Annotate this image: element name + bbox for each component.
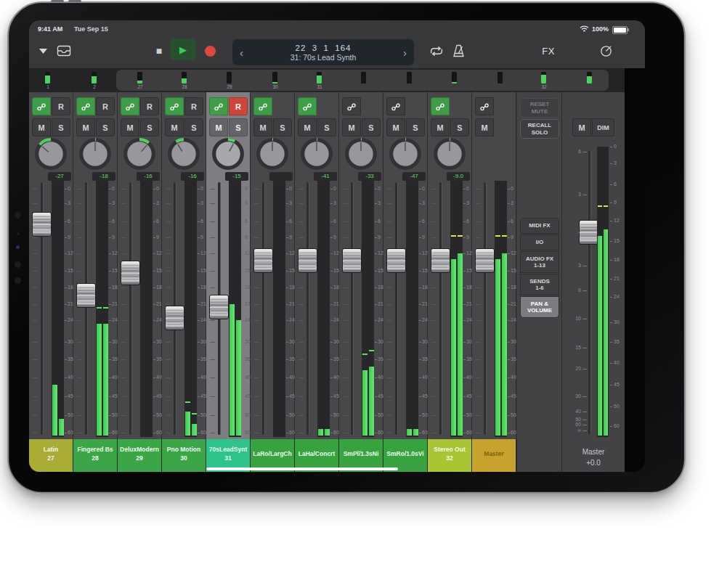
mute-button[interactable]: M [342,118,361,136]
stop-button[interactable]: ■ [151,38,167,64]
recall-solo-button[interactable]: RECALLSOLO [520,119,559,139]
volume-fader[interactable] [342,248,362,273]
pan-knob[interactable] [34,137,68,171]
track-name-label[interactable]: Pno Motion30 [162,439,206,472]
pan-knob[interactable] [123,137,156,171]
automation-mode-button[interactable] [431,97,450,115]
section-button-i-o[interactable]: I/O [520,234,559,250]
mute-button[interactable]: M [253,118,272,136]
solo-button[interactable]: S [273,118,292,136]
volume-fader[interactable] [32,212,52,237]
automation-mode-button[interactable] [253,97,272,115]
automation-mode-button[interactable] [475,97,494,115]
volume-fader[interactable] [121,261,140,285]
automation-mode-button[interactable] [386,97,405,115]
mute-button[interactable]: M [121,118,139,136]
fader-track[interactable] [262,182,264,435]
master-dim-button[interactable]: DIM [592,118,614,136]
fader-track[interactable] [439,182,442,435]
cycle-icon[interactable] [427,38,446,64]
fx-button[interactable]: FX [537,38,559,64]
fader-track[interactable] [395,182,397,435]
record-enable-button[interactable]: R [229,97,248,115]
section-button-sends-1-6[interactable]: SENDS1-6 [520,274,559,295]
pan-knob[interactable] [167,137,200,171]
chevron-down-icon[interactable] [36,38,49,64]
mute-button[interactable]: M [76,118,95,136]
solo-button[interactable]: S [450,118,469,136]
solo-button[interactable]: S [229,118,248,136]
track-name-label[interactable]: Fingered Bs28 [73,439,117,472]
section-button-midi-fx[interactable]: MIDI FX [520,218,559,234]
peak-level-readout: -16 [181,172,204,181]
record-enable-button[interactable]: R [184,97,203,115]
lcd-next-icon[interactable]: › [402,47,408,58]
section-button-pan-volume[interactable]: PAN &VOLUME [520,296,559,318]
solo-button[interactable]: S [406,118,425,136]
pan-knob[interactable] [256,137,289,171]
track-name-label[interactable]: Master [472,439,516,472]
automation-mode-button[interactable] [121,97,139,115]
fader-track[interactable] [129,182,131,435]
channel-scroll-indicator[interactable] [206,467,398,470]
fader-track[interactable] [484,182,486,435]
fader-track[interactable] [306,182,309,435]
fader-track[interactable] [85,182,87,435]
record-enable-button[interactable]: R [140,97,159,115]
fader-track[interactable] [351,182,353,435]
automation-mode-button[interactable] [76,97,95,115]
mute-button[interactable]: M [165,118,184,136]
solo-button[interactable]: S [96,118,115,136]
mute-button[interactable]: M [298,118,317,136]
solo-button[interactable]: S [140,118,159,136]
solo-button[interactable]: S [52,118,70,136]
record-button[interactable] [202,38,218,64]
volume-fader[interactable] [386,248,406,273]
master-mute-button[interactable]: M [572,118,591,136]
mute-button[interactable]: M [32,118,51,136]
volume-fader[interactable] [165,306,184,330]
track-overview-strip[interactable]: 12272829303132 [29,68,625,92]
track-name-label[interactable]: Stereo Out32 [428,439,471,472]
pan-knob[interactable] [389,137,422,171]
settings-gear-icon[interactable] [597,38,614,64]
pan-knob[interactable] [300,137,333,171]
automation-mode-button[interactable] [342,97,361,115]
pan-knob[interactable] [211,137,245,171]
solo-button[interactable]: S [317,118,336,136]
lcd-prev-icon[interactable]: ‹ [238,47,245,58]
mute-button[interactable]: M [209,118,228,136]
mixer-right-panel: RESETMUTERECALLSOLOMIDI FXI/OAUDIO FX1-1… [517,92,562,472]
record-enable-button[interactable]: R [52,97,70,115]
pan-knob[interactable] [433,137,466,171]
volume-fader[interactable] [431,248,450,273]
volume-fader[interactable] [209,295,229,319]
track-name-label[interactable]: DeluxModern29 [118,439,161,472]
lcd-display[interactable]: ‹ 22 3 1 164 31: 70s Lead Synth › [232,39,414,65]
play-button[interactable]: ▶ [170,38,196,60]
automation-mode-button[interactable] [165,97,184,115]
section-button-audio-fx-1-13[interactable]: AUDIO FX1-13 [520,251,559,273]
mute-button[interactable]: M [431,118,450,136]
pan-knob[interactable] [78,137,112,171]
automation-mode-button[interactable] [209,97,228,115]
automation-mode-button[interactable] [298,97,317,115]
solo-button[interactable]: S [184,118,203,136]
mute-button[interactable]: M [386,118,405,136]
mute-button[interactable]: M [475,118,494,136]
volume-fader[interactable] [76,283,96,308]
library-inbox-icon[interactable] [55,38,73,64]
master-fader-track[interactable] [588,150,590,435]
pan-knob[interactable] [344,137,378,171]
volume-fader[interactable] [253,248,273,273]
overview-mini-meter [452,72,457,83]
solo-button[interactable]: S [362,118,381,136]
record-enable-button[interactable]: R [96,97,115,115]
master-volume-fader[interactable] [579,220,598,245]
track-name-label[interactable]: Latin27 [29,439,73,472]
volume-fader[interactable] [475,248,495,273]
metronome-icon[interactable] [449,38,468,64]
reset-mute-button[interactable]: RESETMUTE [520,98,559,118]
volume-fader[interactable] [298,248,317,273]
automation-mode-button[interactable] [32,97,51,115]
